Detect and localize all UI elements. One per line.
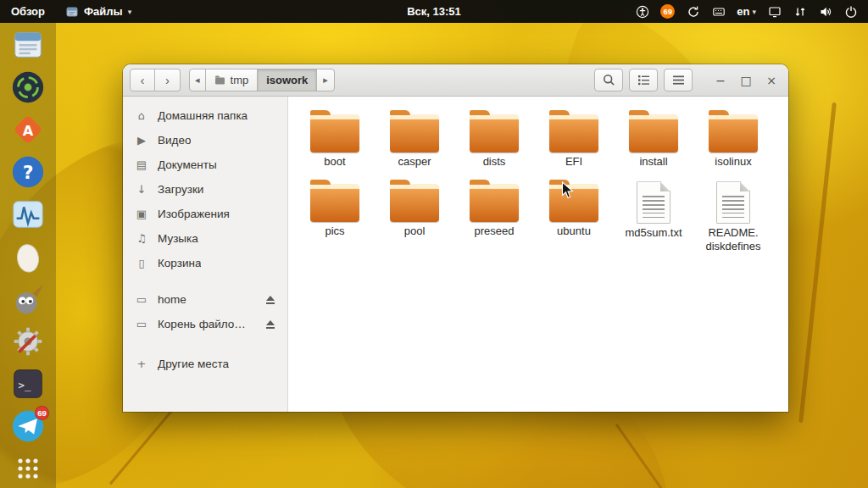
- file-item-isolinux[interactable]: isolinux: [693, 105, 773, 175]
- video-icon: ▶: [135, 133, 148, 147]
- file-item-pool[interactable]: pool: [375, 175, 454, 259]
- path-segment-label: tmp: [231, 74, 249, 86]
- path-segment-tmp[interactable]: tmp: [205, 69, 259, 92]
- sidebar-item-music[interactable]: ♫Музыка: [123, 226, 287, 251]
- dock-terminal-icon[interactable]: >_: [10, 366, 46, 402]
- folder-icon: [390, 184, 439, 222]
- dock-telegram-icon[interactable]: 69: [10, 408, 46, 444]
- display-icon[interactable]: [767, 4, 782, 19]
- input-method-icon[interactable]: [711, 4, 726, 19]
- location-icon: [214, 75, 225, 86]
- svg-text:?: ?: [23, 162, 34, 183]
- folder-icon: [310, 184, 359, 222]
- file-item-boot[interactable]: boot: [295, 105, 375, 175]
- wallpaper-stem: [798, 103, 837, 423]
- notification-badge[interactable]: 69: [660, 4, 675, 19]
- file-name: pool: [381, 225, 448, 237]
- language-indicator[interactable]: en ▾: [737, 5, 756, 18]
- sidebar-item-trash[interactable]: ▯Корзина: [123, 251, 287, 275]
- drive-icon: ▭: [135, 317, 148, 331]
- file-item-EFI[interactable]: EFI: [534, 105, 614, 175]
- maximize-button[interactable]: □: [736, 70, 756, 91]
- sidebar-item-documents[interactable]: ▤Документы: [123, 152, 287, 177]
- sync-icon[interactable]: [686, 4, 700, 19]
- forward-button[interactable]: ›: [155, 69, 181, 92]
- accessibility-icon[interactable]: [635, 4, 649, 19]
- path-bar: ◂ tmp isowork ▸: [189, 69, 335, 92]
- eject-button[interactable]: [265, 296, 275, 304]
- file-item-casper[interactable]: casper: [375, 105, 454, 175]
- search-icon: [603, 74, 615, 86]
- file-name: preseed: [461, 225, 527, 237]
- files-view[interactable]: bootcasperdistsEFIinstallisolinuxpicspoo…: [288, 97, 788, 412]
- files-app-icon: [64, 4, 79, 19]
- window-controls: − □ ×: [710, 70, 782, 91]
- path-segment-label: isowork: [266, 74, 308, 86]
- folder-icon: [549, 114, 598, 152]
- file-name: boot: [302, 155, 368, 168]
- sidebar-device-home-volume[interactable]: ▭home: [123, 287, 287, 312]
- dock-ubuntu-software-icon[interactable]: A: [10, 112, 46, 147]
- sidebar: ⌂Домашняя папка▶Видео▤Документы↓Загрузки…: [123, 97, 288, 412]
- file-name: dists: [461, 155, 527, 168]
- folder-icon: [470, 114, 519, 152]
- sidebar-item-label: Другие места: [158, 357, 229, 371]
- sidebar-item-label: Документы: [158, 158, 217, 172]
- telegram-badge: 69: [35, 406, 49, 420]
- dock-gimp-icon[interactable]: [10, 281, 46, 317]
- view-toggle-button[interactable]: [629, 69, 658, 92]
- path-segment-isowork[interactable]: isowork: [257, 69, 317, 92]
- sidebar-item-video[interactable]: ▶Видео: [123, 128, 287, 152]
- app-menu[interactable]: Файлы ▾: [56, 0, 140, 23]
- dock-egg-app-icon[interactable]: [10, 239, 46, 274]
- dock-system-monitor-icon[interactable]: [10, 197, 46, 232]
- sidebar-item-pictures[interactable]: ▣Изображения: [123, 202, 287, 226]
- path-scroll-right-button[interactable]: ▸: [316, 69, 335, 92]
- nav-buttons: ‹ ›: [130, 69, 181, 92]
- file-name: ubuntu: [541, 225, 607, 237]
- search-button[interactable]: [594, 69, 623, 92]
- documents-icon: ▤: [135, 158, 148, 172]
- sidebar-device-label: Корень файло…: [158, 317, 246, 331]
- sidebar-item-other-places[interactable]: + Другие места: [123, 352, 287, 376]
- file-item-install[interactable]: install: [614, 105, 693, 175]
- menu-button[interactable]: [664, 69, 693, 92]
- files-grid: bootcasperdistsEFIinstallisolinuxpicspoo…: [295, 105, 782, 259]
- minimize-button[interactable]: −: [710, 70, 731, 91]
- file-item-pics[interactable]: pics: [295, 175, 375, 259]
- activities-button[interactable]: Обзор: [0, 0, 56, 23]
- sidebar-device-filesystem-root[interactable]: ▭Корень файло…: [123, 312, 287, 336]
- list-view-icon: [637, 74, 650, 86]
- power-icon[interactable]: [843, 4, 858, 19]
- path-scroll-left-button[interactable]: ◂: [189, 69, 206, 92]
- eject-button[interactable]: [265, 320, 275, 329]
- close-button[interactable]: ×: [761, 70, 782, 91]
- sidebar-item-home[interactable]: ⌂Домашняя папка: [123, 103, 287, 128]
- sidebar-item-label: Видео: [158, 133, 191, 147]
- chevron-left-icon: ◂: [195, 75, 200, 86]
- dock-tweaks-icon[interactable]: [10, 324, 46, 359]
- chevron-right-icon: ▸: [323, 75, 328, 86]
- volume-icon[interactable]: [818, 4, 832, 19]
- show-applications-button[interactable]: [14, 454, 42, 483]
- clock[interactable]: Вск, 13:51: [407, 5, 461, 18]
- dock-round-green-app-icon[interactable]: [10, 69, 46, 105]
- sidebar-item-downloads[interactable]: ↓Загрузки: [123, 177, 287, 202]
- status-area: 69 en ▾: [635, 4, 868, 19]
- back-button[interactable]: ‹: [130, 69, 155, 92]
- sidebar-item-label: Корзина: [158, 256, 201, 270]
- file-name: isolinux: [700, 155, 766, 168]
- file-item-dists[interactable]: dists: [454, 105, 534, 175]
- file-item-README.diskdefines[interactable]: README.​diskdefines: [693, 175, 773, 259]
- file-name: EFI: [541, 155, 607, 168]
- folder-icon: [470, 184, 519, 222]
- file-name: README.​diskdefines: [700, 226, 766, 252]
- file-item-preseed[interactable]: preseed: [454, 175, 534, 259]
- network-icon[interactable]: [793, 4, 807, 19]
- file-item-md5sum.txt[interactable]: md5sum.​txt: [614, 175, 693, 259]
- dock-files-icon[interactable]: [10, 27, 46, 63]
- dock-help-icon[interactable]: ?: [10, 154, 46, 190]
- hamburger-menu-icon: [672, 75, 685, 86]
- file-name: md5sum.​txt: [620, 226, 687, 239]
- dock: A ? >_ 69: [0, 23, 56, 488]
